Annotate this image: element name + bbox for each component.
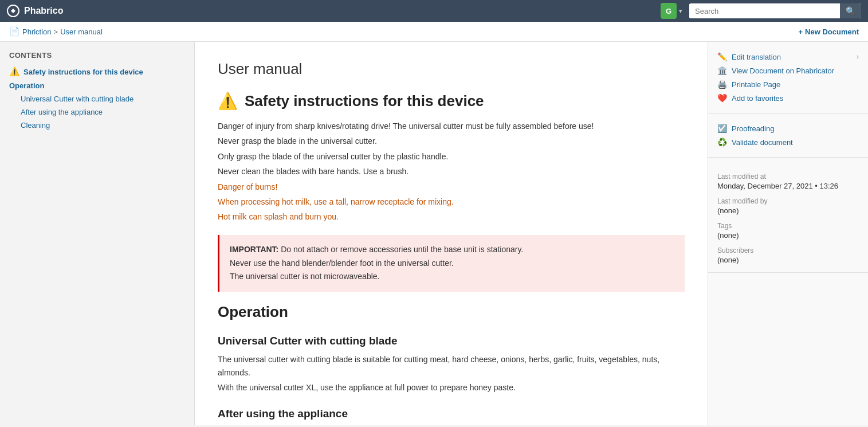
operation-section: Operation Universal Cutter with cutting …: [218, 303, 685, 425]
safety-section: ⚠️ Safety instructions for this device D…: [218, 92, 685, 292]
safety-title-text: Safety instructions for this device: [245, 92, 484, 110]
add-favorites-action[interactable]: ❤️ Add to favorites: [717, 91, 859, 105]
tags-value: (none): [717, 231, 859, 240]
main-layout: Contents ⚠️ Safety instructions for this…: [0, 42, 868, 425]
safety-section-title: ⚠️ Safety instructions for this device: [218, 92, 685, 111]
view-phabricator-label: View Document on Phabricator: [732, 66, 834, 75]
sidebar-label-cleaning: Cleaning: [21, 121, 50, 130]
after-appliance-subsection: After using the appliance Removing the p…: [218, 408, 685, 425]
universal-cutter-subtitle: Universal Cutter with cutting blade: [218, 335, 685, 347]
safety-line-6: When processing hot milk, use a tall, na…: [218, 195, 685, 208]
safety-line-7: Hot milk can splash and burn you.: [218, 210, 685, 223]
search-input[interactable]: [689, 4, 840, 18]
validate-document-action[interactable]: ♻️ Validate document: [717, 135, 859, 149]
avatar-dropdown-arrow[interactable]: ▾: [679, 7, 682, 15]
page-title: User manual: [218, 60, 685, 78]
view-phabricator-action[interactable]: 🏛️ View Document on Phabricator: [717, 64, 859, 77]
view-phabricator-icon: 🏛️: [717, 66, 727, 75]
important-label: IMPORTANT:: [230, 245, 278, 254]
safety-warning-triangle-icon: ⚠️: [218, 92, 238, 111]
universal-cutter-line-2: With the universal cutter XL, use the ap…: [218, 381, 685, 394]
after-appliance-subtitle: After using the appliance: [218, 408, 685, 420]
printable-page-action[interactable]: 🖨️ Printable Page: [717, 77, 859, 91]
breadcrumb-separator: >: [54, 28, 58, 36]
last-modified-by-value: (none): [717, 206, 859, 215]
sidebar-title: Contents: [0, 51, 194, 64]
new-doc-plus-icon: +: [799, 28, 803, 36]
user-avatar-group[interactable]: G ▾: [661, 3, 682, 19]
search-bar: 🔍: [689, 3, 861, 18]
important-line-2: Never use the hand blender/blender foot …: [230, 258, 454, 268]
universal-cutter-subsection: Universal Cutter with cutting blade The …: [218, 335, 685, 394]
last-modified-by-label: Last modified by: [717, 197, 859, 205]
edit-translation-label: Edit translation: [732, 53, 781, 61]
edit-translation-action[interactable]: ✏️ Edit translation ›: [717, 50, 859, 64]
operation-title-text: Operation: [218, 303, 288, 321]
printable-page-label: Printable Page: [732, 80, 780, 89]
sidebar: Contents ⚠️ Safety instructions for this…: [0, 42, 195, 425]
sidebar-item-operation[interactable]: Operation: [0, 79, 194, 92]
right-panel-meta: Last modified at Monday, December 27, 20…: [708, 158, 868, 273]
app-logo[interactable]: Phabrico: [7, 5, 63, 17]
new-doc-label: New Document: [805, 28, 859, 36]
sidebar-label-universal-cutter: Universal Cutter with cutting blade: [21, 95, 133, 103]
subscribers-value: (none): [717, 256, 859, 264]
printable-page-icon: 🖨️: [717, 80, 727, 89]
right-panel: ✏️ Edit translation › 🏛️ View Document o…: [708, 42, 868, 425]
important-line-3: The universal cutter is not microwaveabl…: [230, 272, 379, 281]
right-panel-tools: ☑️ Proofreading ♻️ Validate document: [708, 113, 868, 158]
safety-line-2: Never grasp the blade in the universal c…: [218, 135, 685, 147]
warning-icon: ⚠️: [9, 66, 20, 77]
logo-icon: [7, 5, 19, 17]
new-document-button[interactable]: + New Document: [799, 28, 859, 36]
safety-line-1: Danger of injury from sharp knives/rotat…: [218, 120, 685, 132]
operation-section-title: Operation: [218, 303, 685, 321]
important-line-1: Do not attach or remove accessories unti…: [281, 245, 523, 254]
proofreading-action[interactable]: ☑️ Proofreading: [717, 122, 859, 135]
user-avatar[interactable]: G: [661, 3, 677, 19]
validate-icon: ♻️: [717, 138, 727, 147]
content-area: User manual ⚠️ Safety instructions for t…: [195, 42, 708, 425]
expand-arrow-icon: ›: [857, 53, 859, 61]
breadcrumb: 📄 Phriction > User manual: [9, 26, 103, 37]
sidebar-item-cleaning[interactable]: Cleaning: [0, 119, 194, 132]
search-button[interactable]: 🔍: [840, 3, 861, 18]
safety-line-4: Never clean the blades with bare hands. …: [218, 165, 685, 178]
subscribers-label: Subscribers: [717, 246, 859, 254]
proofreading-label: Proofreading: [732, 124, 774, 133]
sidebar-label-safety: Safety instructions for this device: [23, 68, 143, 76]
sidebar-label-operation: Operation: [9, 81, 44, 90]
add-favorites-icon: ❤️: [717, 93, 727, 103]
safety-line-5: Danger of burns!: [218, 181, 685, 193]
top-navbar: Phabrico G ▾ 🔍: [0, 0, 868, 22]
sidebar-item-universal-cutter[interactable]: Universal Cutter with cutting blade: [0, 92, 194, 105]
breadcrumb-parent-link[interactable]: Phriction: [22, 28, 52, 36]
tags-label: Tags: [717, 222, 859, 230]
sidebar-label-after-appliance: After using the appliance: [21, 108, 103, 116]
sidebar-item-safety[interactable]: ⚠️ Safety instructions for this device: [0, 64, 194, 79]
last-modified-at-value: Monday, December 27, 2021 • 13:26: [717, 182, 859, 190]
app-name: Phabrico: [24, 6, 63, 16]
last-modified-at-label: Last modified at: [717, 173, 859, 181]
breadcrumb-current: User manual: [60, 28, 103, 36]
universal-cutter-line-1: The universal cutter with cutting blade …: [218, 353, 685, 379]
add-favorites-label: Add to favorites: [732, 94, 783, 103]
sidebar-item-after-appliance[interactable]: After using the appliance: [0, 105, 194, 119]
safety-line-3: Only grasp the blade of the universal cu…: [218, 150, 685, 163]
edit-translation-icon: ✏️: [717, 52, 727, 61]
validate-label: Validate document: [732, 138, 793, 147]
right-panel-actions: ✏️ Edit translation › 🏛️ View Document o…: [708, 42, 868, 113]
proofreading-icon: ☑️: [717, 124, 727, 133]
breadcrumb-bar: 📄 Phriction > User manual + New Document: [0, 22, 868, 42]
breadcrumb-icon: 📄: [9, 26, 20, 37]
important-box: IMPORTANT: Do not attach or remove acces…: [218, 235, 685, 292]
